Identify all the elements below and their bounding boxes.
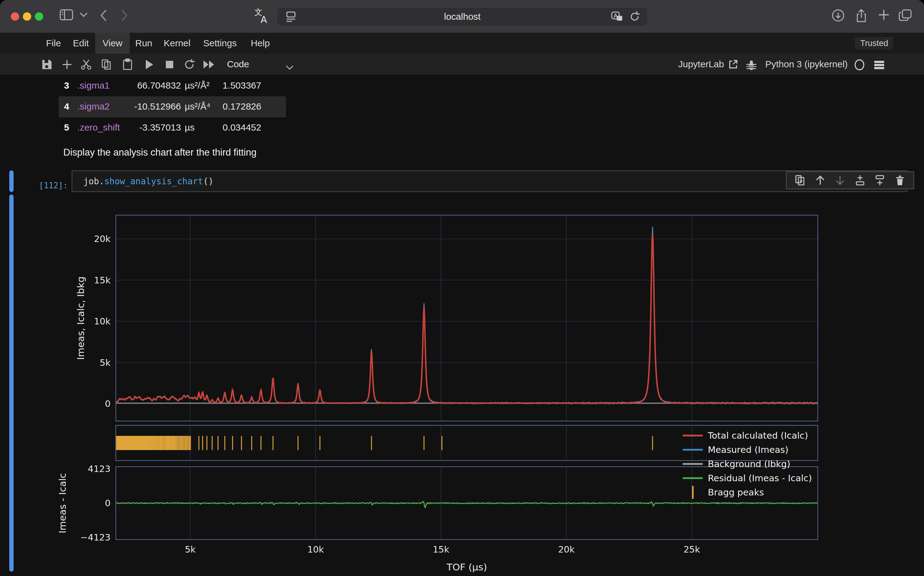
legend-line-sample — [682, 477, 703, 479]
stop-icon[interactable] — [163, 58, 176, 71]
svg-text:15k: 15k — [433, 544, 449, 555]
chevron-down-icon — [286, 62, 293, 72]
code-editor[interactable]: job.show_analysis_chart() — [72, 170, 907, 192]
legend-label: Background (Ibkg) — [708, 459, 790, 469]
code-token: show_analysis_chart — [104, 176, 203, 186]
table-row: 5 .zero_shift -3.357013 µs 0.034452 — [59, 117, 286, 138]
svg-text:0: 0 — [105, 498, 110, 509]
legend-item[interactable]: Measured (Imeas) — [678, 443, 812, 457]
markdown-cell-text: Display the analysis chart after the thi… — [63, 147, 256, 158]
move-cell-up-icon[interactable] — [814, 174, 826, 186]
run-icon[interactable] — [143, 58, 155, 71]
menu-run[interactable]: Run — [128, 33, 160, 54]
legend-item[interactable]: Background (Ibkg) — [678, 457, 812, 471]
code-token: () — [203, 176, 214, 186]
insert-cell-above-icon[interactable] — [854, 174, 866, 186]
cell-type-label: Code — [227, 59, 249, 69]
svg-text:TOF (µs): TOF (µs) — [446, 562, 487, 573]
row-index: 5 — [59, 122, 69, 133]
legend-label: Residual (Imeas - Icalc) — [708, 473, 812, 483]
legend-item[interactable]: Residual (Imeas - Icalc) — [678, 471, 812, 485]
param-value: -10.512966 — [133, 101, 181, 112]
param-name: .sigma2 — [77, 101, 110, 112]
url-text[interactable]: localhost — [277, 11, 648, 22]
analysis-chart[interactable]: 05k10k15k20k41230−41235k10k15k20k25kImea… — [0, 198, 924, 576]
hamburger-menu-icon[interactable] — [873, 59, 886, 72]
execution-count: [112]: — [22, 181, 68, 190]
svg-text:15k: 15k — [94, 275, 110, 286]
legend-label: Measured (Imeas) — [708, 445, 788, 455]
share-icon[interactable] — [855, 9, 868, 24]
svg-text:Imeas - Icalc: Imeas - Icalc — [57, 473, 68, 533]
debugger-icon[interactable] — [745, 59, 758, 72]
delete-cell-icon[interactable] — [894, 174, 906, 186]
jupyterlab-label: JupyterLab — [678, 59, 724, 69]
svg-text:25k: 25k — [684, 544, 700, 555]
translate-icon[interactable]: 文A — [254, 7, 269, 24]
jupyterlab-link[interactable]: JupyterLab — [678, 54, 738, 75]
insert-cell-below-icon[interactable] — [874, 174, 886, 186]
new-tab-icon[interactable] — [878, 9, 890, 21]
legend-line-sample — [682, 449, 703, 451]
back-button[interactable] — [99, 9, 107, 22]
param-error: 0.034452 — [223, 122, 261, 133]
reload-icon[interactable] — [629, 11, 640, 22]
legend-item[interactable]: Bragg peaks — [678, 485, 812, 499]
external-link-icon — [728, 59, 738, 69]
kernel-name[interactable]: Python 3 (ipykernel) — [765, 54, 848, 75]
trusted-badge: Trusted — [855, 37, 893, 50]
legend-tick-sample — [682, 486, 703, 499]
menu-help[interactable]: Help — [243, 33, 277, 54]
svg-text:5k: 5k — [100, 357, 110, 368]
legend-label: Bragg peaks — [708, 487, 764, 498]
menu-kernel[interactable]: Kernel — [156, 33, 198, 54]
copy-icon[interactable] — [100, 58, 113, 71]
downloads-icon[interactable] — [831, 9, 845, 22]
sidebar-icon[interactable] — [59, 9, 74, 21]
save-icon[interactable] — [40, 58, 53, 71]
cell-toolbar — [786, 171, 914, 189]
browser-chrome: 文A localhost A 文 — [0, 0, 924, 33]
kernel-status-icon[interactable] — [853, 58, 866, 71]
restart-run-all-icon[interactable] — [203, 58, 216, 71]
close-window-button[interactable] — [11, 12, 19, 21]
minimize-window-button[interactable] — [23, 12, 31, 21]
param-name: .zero_shift — [77, 122, 120, 133]
param-value: -3.357013 — [133, 122, 181, 133]
svg-text:4123: 4123 — [88, 464, 110, 474]
zoom-window-button[interactable] — [35, 12, 43, 21]
svg-text:20k: 20k — [94, 234, 110, 244]
menu-view[interactable]: View — [95, 33, 130, 54]
param-error: 0.172826 — [223, 101, 261, 112]
menu-settings[interactable]: Settings — [196, 33, 244, 54]
code-line: job.show_analysis_chart() — [83, 176, 213, 186]
param-units: µs²/Å² — [185, 80, 210, 91]
cut-icon[interactable] — [80, 58, 93, 71]
chart-legend: Total calculated (Icalc)Measured (Imeas)… — [678, 429, 812, 499]
param-error: 1.503367 — [223, 80, 261, 91]
forward-button[interactable] — [120, 9, 129, 22]
svg-text:10k: 10k — [94, 316, 110, 326]
legend-line-sample — [682, 435, 703, 437]
paste-icon[interactable] — [121, 58, 134, 71]
move-cell-down-icon[interactable] — [834, 174, 846, 186]
svg-text:20k: 20k — [558, 544, 575, 555]
code-cell-collapser[interactable] — [9, 170, 14, 192]
legend-item[interactable]: Total calculated (Icalc) — [678, 429, 812, 443]
menu-edit[interactable]: Edit — [66, 33, 96, 54]
tab-overview-icon[interactable] — [898, 9, 913, 22]
address-bar[interactable]: localhost A 文 — [277, 7, 648, 26]
menu-file[interactable]: File — [38, 33, 68, 54]
svg-text:Imeas, Icalc, Ibkg: Imeas, Icalc, Ibkg — [75, 276, 86, 360]
notebook-toolbar: Code JupyterLab Python 3 (ipykernel) — [0, 54, 924, 75]
add-cell-icon[interactable] — [61, 58, 74, 71]
svg-text:−4123: −4123 — [80, 532, 110, 542]
row-index: 4 — [59, 101, 69, 112]
duplicate-cell-icon[interactable] — [794, 174, 806, 186]
chevron-down-icon[interactable] — [80, 12, 88, 17]
page-translate-icon[interactable]: A 文 — [611, 11, 623, 22]
cell-type-dropdown[interactable]: Code — [227, 54, 293, 75]
restart-kernel-icon[interactable] — [183, 58, 196, 71]
code-token: job. — [83, 176, 104, 186]
svg-text:5k: 5k — [185, 544, 195, 555]
